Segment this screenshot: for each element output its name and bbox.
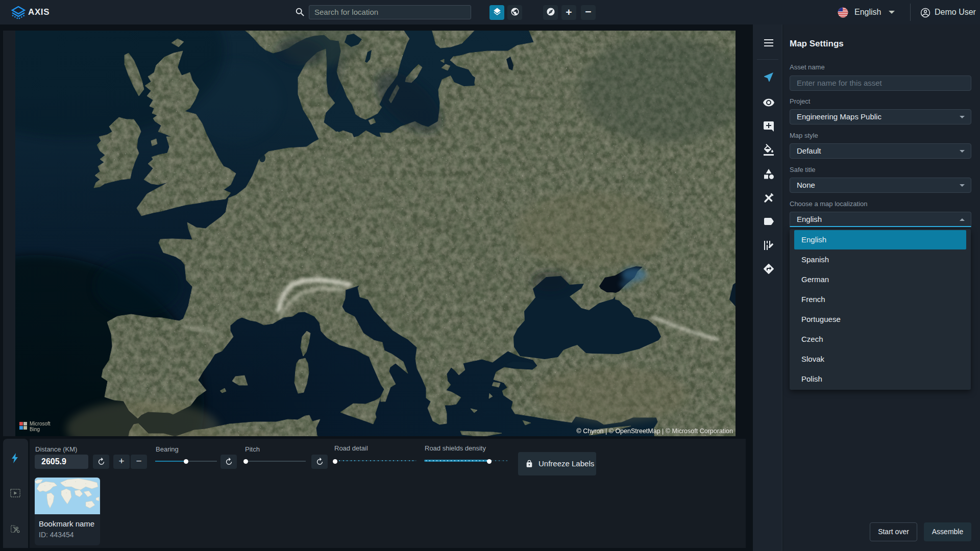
svg-text:Bing: Bing [30,427,40,432]
svg-text:© Chyron | © OpenStreetMap | ©: © Chyron | © OpenStreetMap | © Microsoft… [577,428,733,435]
svg-text:Microsoft: Microsoft [30,421,51,427]
